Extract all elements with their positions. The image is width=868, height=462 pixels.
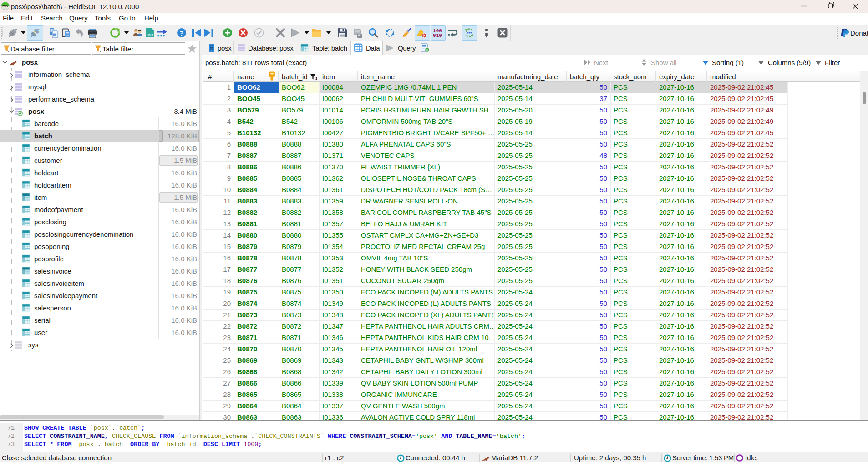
svg-text:HS: HS — [2, 3, 8, 8]
svg-text:?: ? — [180, 30, 184, 37]
svg-text:1: 1 — [315, 76, 317, 80]
svg-text:CSV: CSV — [147, 33, 153, 36]
svg-text:010: 010 — [433, 33, 442, 38]
